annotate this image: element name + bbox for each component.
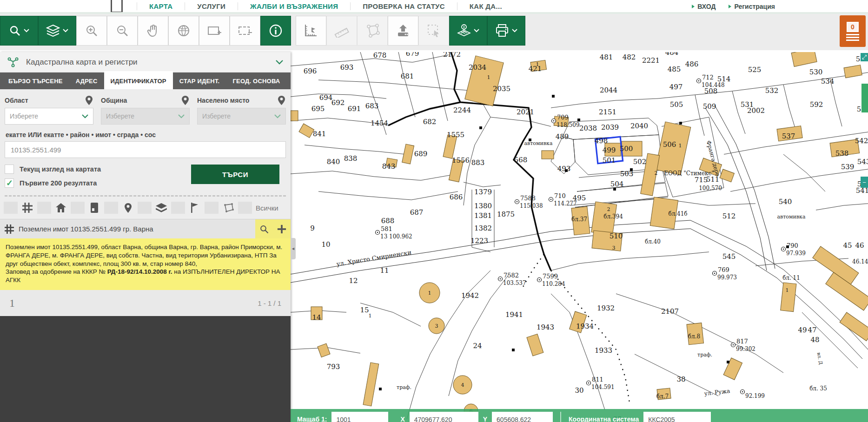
search-button[interactable]: ТЪРСИ xyxy=(191,165,279,184)
filter-checkbox-flag[interactable] xyxy=(171,202,185,214)
nav-item-status-check[interactable]: ПРОВЕРКА НА СТАТУС xyxy=(350,2,457,10)
parcel-number-label: 2038 xyxy=(579,124,597,132)
cadastral-map-canvas[interactable]: 1346678679217269669368142120342035481482… xyxy=(291,52,868,422)
parcel-number-label: 692 xyxy=(331,99,345,107)
chevron-down-icon xyxy=(82,114,88,119)
chevron-down-icon xyxy=(274,114,281,119)
result-row[interactable]: Поземлен имот 10135.2551.499 гр. Варна xyxy=(0,219,291,238)
home-icon[interactable] xyxy=(53,201,69,214)
tab-address[interactable]: АДРЕС xyxy=(69,73,104,89)
full-extent-button[interactable] xyxy=(168,16,199,46)
route-branch-icon xyxy=(7,57,19,67)
nav-item-map[interactable]: КАРТА xyxy=(137,2,185,10)
parcel-number-label: 486 xyxy=(685,60,699,68)
rect-plus-icon xyxy=(207,25,221,36)
utility-point xyxy=(512,349,515,351)
parcel-number-label: 691 xyxy=(348,105,361,113)
building-icon[interactable] xyxy=(86,201,102,214)
layers-tool-button[interactable] xyxy=(38,16,76,46)
sidebar-collapse-handle[interactable]: ◄ xyxy=(291,238,296,259)
first-200-checkbox[interactable] xyxy=(5,178,14,188)
detail-order-number: РД-18-92/14.10.2008 г. xyxy=(107,268,172,275)
cart-legend-button[interactable]: 0 xyxy=(840,15,866,47)
building xyxy=(542,151,554,159)
flag-icon[interactable] xyxy=(187,201,203,214)
map-slider[interactable] xyxy=(861,84,868,112)
oblast-select[interactable]: Изберете xyxy=(5,108,93,125)
tab-identifier[interactable]: ИДЕНТИФИКАТОР xyxy=(104,71,173,89)
parcel-number-label: 883 xyxy=(471,158,485,167)
select-features-button[interactable] xyxy=(418,16,449,46)
print-button[interactable] xyxy=(487,16,525,46)
first-200-label: Първите 200 резултата xyxy=(20,179,97,187)
nav-item-services[interactable]: УСЛУГИ xyxy=(185,2,238,10)
obshtina-select[interactable]: Изберете xyxy=(101,108,190,125)
statusbar-divider xyxy=(560,412,561,422)
register-link[interactable]: Регистрация xyxy=(729,3,775,10)
tab-old-identifier[interactable]: СТАР ИДЕНТ. xyxy=(173,73,226,89)
chevron-down-icon xyxy=(24,29,29,33)
x-coordinate-input[interactable] xyxy=(410,412,478,422)
scale-input[interactable] xyxy=(331,412,388,422)
filter-checkbox-home[interactable] xyxy=(37,202,51,214)
filter-checkbox-polygon[interactable] xyxy=(205,202,219,214)
tab-geodetic-basis[interactable]: ГЕОД. ОСНОВА xyxy=(226,73,286,89)
upload-icon xyxy=(396,24,410,38)
filter-checkbox-parcel[interactable] xyxy=(4,202,18,214)
layer-info-button[interactable] xyxy=(449,16,487,46)
tab-quick-search[interactable]: БЪРЗО ТЪРСЕНЕ xyxy=(2,73,69,89)
current-view-checkbox[interactable] xyxy=(5,165,14,174)
zoom-box-out-button[interactable] xyxy=(230,16,260,46)
parcel-number-label: бл.7 xyxy=(656,393,669,400)
street-name-label: вл. Д xyxy=(816,352,823,365)
y-coordinate-input[interactable] xyxy=(492,412,553,422)
search-tool-button[interactable] xyxy=(0,16,38,46)
nav-item-complaints[interactable]: ЖАЛБИ И ВЪЗРАЖЕНИЯ xyxy=(238,2,350,10)
polygon-small-icon[interactable] xyxy=(220,201,236,214)
collapse-minus-button[interactable]: − xyxy=(861,177,868,188)
cadastral-map[interactable]: 1346678679217269669368142120342035481482… xyxy=(291,52,868,422)
filter-checkbox-layer[interactable] xyxy=(138,202,152,214)
parcel-number-label: 1380 xyxy=(474,202,492,210)
add-result-button[interactable] xyxy=(273,219,291,239)
page-number[interactable]: 1 xyxy=(9,297,15,310)
overview-map-button[interactable]: ⤢ xyxy=(861,53,868,61)
measure-coordinates-button[interactable] xyxy=(296,16,326,46)
measure-distance-button[interactable] xyxy=(326,16,357,46)
nav-item-how-to[interactable]: КАК ДА... xyxy=(457,2,514,10)
filter-checkbox-point[interactable] xyxy=(104,202,118,214)
identify-button[interactable] xyxy=(260,16,291,46)
panel-header[interactable]: Кадастрална карта и регистри xyxy=(0,52,291,73)
layers-small-icon[interactable] xyxy=(153,201,169,214)
measure-area-button[interactable] xyxy=(357,16,388,46)
pan-button[interactable] xyxy=(138,16,168,46)
upload-data-button[interactable] xyxy=(388,16,418,46)
building xyxy=(363,363,379,406)
parcel-number-label: 1932 xyxy=(597,304,615,312)
parcel-number-label: 840 xyxy=(327,158,340,166)
oblast-label: Област xyxy=(5,97,28,104)
zoom-out-button[interactable] xyxy=(107,16,138,46)
identifier-input[interactable] xyxy=(5,141,286,158)
filter-checkbox-all[interactable] xyxy=(238,202,252,214)
parcel-number-label: 1 xyxy=(786,287,789,293)
zoom-in-button[interactable] xyxy=(76,16,107,46)
parcel-number-label: 2044 xyxy=(600,86,617,94)
login-link[interactable]: ВХОД xyxy=(692,3,716,10)
parcel-boundary xyxy=(551,252,709,270)
zoom-to-result-button[interactable] xyxy=(255,219,273,239)
parcel-grid-icon[interactable] xyxy=(20,201,35,214)
panel-collapse-chevron-icon[interactable] xyxy=(276,60,283,65)
pin-icon[interactable] xyxy=(120,201,136,214)
agency-logo[interactable] xyxy=(111,0,123,13)
naseleno-select[interactable]: Изберете xyxy=(197,108,286,125)
filter-all-label[interactable]: Всички xyxy=(256,204,278,212)
crs-select[interactable] xyxy=(643,412,711,422)
building xyxy=(723,358,742,380)
parcel-boundary xyxy=(464,182,501,187)
parcel-number-label: 38 xyxy=(676,375,685,383)
parcel-number-label: 1942 xyxy=(461,291,479,300)
filter-checkbox-building[interactable] xyxy=(71,202,85,214)
zoom-box-in-button[interactable] xyxy=(199,16,230,46)
survey-point-number: 710 xyxy=(554,192,566,199)
